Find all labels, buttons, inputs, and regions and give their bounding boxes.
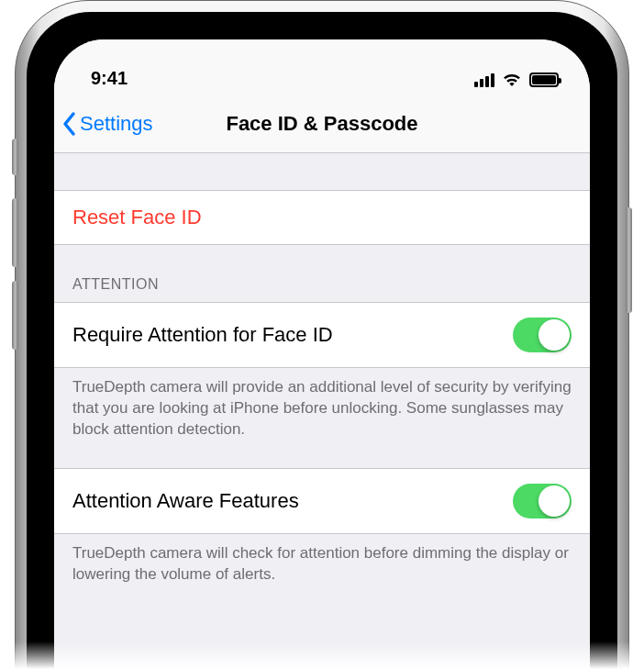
- screen: 9:41: [54, 39, 590, 669]
- back-label: Settings: [80, 112, 153, 136]
- attention-section-header: ATTENTION: [54, 245, 590, 302]
- chevron-left-icon: [61, 111, 78, 137]
- nav-bar: Settings Face ID & Passcode: [54, 95, 590, 153]
- attention-aware-footer: TrueDepth camera will check for attentio…: [54, 534, 590, 613]
- status-time: 9:41: [91, 68, 128, 89]
- back-button[interactable]: Settings: [54, 111, 153, 137]
- settings-content[interactable]: Reset Face ID ATTENTION Require Attentio…: [54, 153, 590, 669]
- attention-aware-toggle[interactable]: [513, 484, 572, 518]
- require-attention-label: Require Attention for Face ID: [72, 323, 333, 347]
- require-attention-footer: TrueDepth camera will provide an additio…: [54, 368, 590, 468]
- require-attention-toggle[interactable]: [513, 318, 572, 352]
- battery-icon: [529, 72, 559, 87]
- require-attention-row[interactable]: Require Attention for Face ID: [54, 302, 590, 368]
- reset-face-id-button[interactable]: Reset Face ID: [54, 190, 590, 245]
- wifi-icon: [502, 72, 522, 87]
- side-button: [626, 207, 632, 313]
- volume-up-button: [12, 198, 18, 267]
- status-bar: 9:41: [54, 39, 590, 95]
- cellular-signal-icon: [474, 72, 494, 87]
- attention-aware-row[interactable]: Attention Aware Features: [54, 468, 590, 534]
- attention-aware-label: Attention Aware Features: [72, 489, 299, 513]
- volume-down-button: [12, 281, 18, 350]
- mute-switch: [12, 139, 18, 175]
- phone-frame: 9:41: [15, 0, 629, 669]
- reset-face-id-label: Reset Face ID: [72, 206, 202, 229]
